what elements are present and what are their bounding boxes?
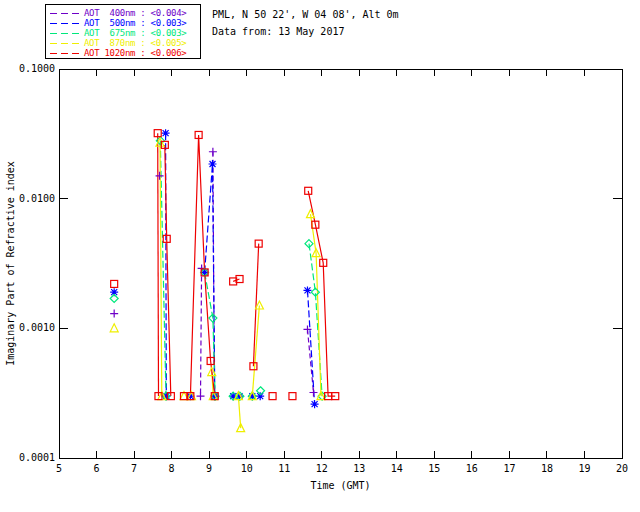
series-line-aot-1020nm (158, 133, 159, 396)
marker-square (111, 280, 118, 287)
x-axis-title: Time (GMT) (310, 480, 370, 491)
x-tick-label: 7 (131, 463, 137, 474)
x-tick-label: 20 (616, 463, 628, 474)
marker-asterisk (209, 160, 217, 168)
legend-item: AOT 675nm : <0.003> (46, 28, 200, 38)
marker-square (289, 393, 296, 400)
series-line-aot-400nm (201, 268, 202, 396)
legend-item-label: AOT 1020nm : <0.006> (84, 48, 186, 58)
x-tick-label: 18 (541, 463, 553, 474)
y-tick-label: 0.1000 (19, 63, 55, 74)
x-tick-label: 8 (169, 463, 175, 474)
y-tick-label: 0.0001 (19, 452, 55, 463)
legend-item-label: AOT 675nm : <0.003> (84, 28, 186, 38)
legend: AOT 400nm : <0.004>AOT 500nm : <0.003>AO… (45, 4, 201, 59)
marker-triangle (110, 324, 118, 332)
series-line-aot-500nm (205, 164, 215, 396)
marker-plus (209, 148, 217, 156)
marker-plus (156, 172, 164, 180)
plot-window: 5678910111213141516171819200.10000.01000… (0, 0, 640, 512)
legend-item-label: AOT 500nm : <0.003> (84, 18, 186, 28)
series-line-aot-400nm (308, 330, 314, 393)
y-tick-label: 0.0100 (19, 193, 55, 204)
x-tick-label: 6 (94, 463, 100, 474)
legend-line-swatch (50, 33, 80, 34)
legend-item: AOT 1020nm : <0.006> (46, 48, 200, 58)
x-tick-label: 14 (391, 463, 403, 474)
marker-asterisk (162, 129, 170, 137)
legend-item: AOT 870nm : <0.005> (46, 38, 200, 48)
marker-square (269, 393, 276, 400)
legend-line-swatch (50, 23, 80, 24)
legend-item: AOT 400nm : <0.004> (46, 8, 200, 18)
legend-line-swatch (50, 43, 80, 44)
marker-asterisk (256, 392, 264, 400)
chart-canvas: 5678910111213141516171819200.10000.01000… (0, 0, 640, 512)
x-tick-label: 15 (428, 463, 440, 474)
marker-plus (110, 310, 118, 318)
legend-item-label: AOT 400nm : <0.004> (84, 8, 186, 18)
marker-asterisk (303, 286, 311, 294)
series-line-aot-500nm (308, 290, 315, 404)
marker-plus (309, 388, 317, 396)
x-tick-label: 17 (503, 463, 515, 474)
y-axis-title: Imaginary Part of Refractive index (5, 161, 16, 366)
plot-header: PML, N 50 22', W 04 08', Alt 0m Data fro… (212, 6, 399, 40)
data-date: Data from: 13 May 2017 (212, 23, 399, 40)
plot-frame (59, 69, 622, 458)
marker-asterisk (201, 268, 209, 276)
legend-line-swatch (50, 13, 80, 14)
marker-plus (197, 392, 205, 400)
x-tick-label: 19 (578, 463, 590, 474)
legend-item-label: AOT 870nm : <0.005> (84, 38, 186, 48)
y-tick-label: 0.0010 (19, 322, 55, 333)
marker-asterisk (311, 400, 319, 408)
legend-line-swatch (50, 53, 80, 54)
x-tick-label: 11 (278, 463, 290, 474)
x-tick-label: 16 (466, 463, 478, 474)
x-tick-label: 9 (206, 463, 212, 474)
station-info: PML, N 50 22', W 04 08', Alt 0m (212, 6, 399, 23)
legend-item: AOT 500nm : <0.003> (46, 18, 200, 28)
x-tick-label: 5 (56, 463, 62, 474)
x-tick-label: 10 (241, 463, 253, 474)
x-tick-label: 13 (353, 463, 365, 474)
x-tick-label: 12 (316, 463, 328, 474)
